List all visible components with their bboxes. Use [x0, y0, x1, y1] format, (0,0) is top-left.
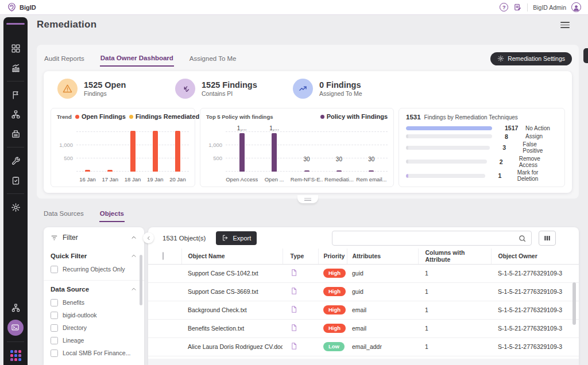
object-owner-cell: S-1-5-21-2776329109-3 [491, 264, 579, 282]
tab-data-sources[interactable]: Data Sources [43, 207, 84, 222]
chevron-up-icon[interactable] [130, 234, 137, 241]
sidebar-item-integrations[interactable] [7, 299, 24, 316]
tab-audit-reports[interactable]: Audit Reports [44, 52, 85, 66]
column-header-name[interactable]: Object Name [181, 248, 283, 264]
charts-row: TrendOpen FindingsFindings Remediated500… [51, 108, 565, 187]
object-name-cell[interactable]: Support Case CS-3669.txt [181, 282, 283, 301]
sidebar-item-catalog[interactable] [7, 106, 24, 123]
policy-chart: Top 5 Policy with findingsPolicy with Fi… [200, 108, 394, 187]
sidebar-item-settings[interactable] [7, 199, 24, 216]
sidebar-item-terminal[interactable] [7, 320, 24, 336]
tech-value: 3 [502, 144, 523, 151]
filter-checkbox-item[interactable]: Benefits [51, 296, 137, 309]
bar-value-label: 30 [303, 156, 310, 162]
table-row[interactable]: Background Check.txtHighemail1S-1-5-21-2… [148, 301, 579, 319]
column-header-pri[interactable]: Priority [318, 248, 347, 264]
filter-collapse-button[interactable] [143, 232, 154, 243]
object-name-cell[interactable]: Benefits Selection.txt [181, 319, 283, 337]
priority-badge: High [323, 269, 346, 278]
sidebar-item-policies[interactable] [7, 86, 24, 103]
tech-bar-fill [406, 146, 408, 150]
checkbox[interactable] [51, 266, 58, 273]
chevron-up-icon[interactable] [130, 253, 137, 259]
object-name-cell[interactable]: Alice Laura Doris Rodriguez CV.docx [181, 337, 283, 356]
priority-cell: High [318, 282, 347, 301]
tech-label: Assign [525, 133, 543, 139]
table-row[interactable]: Alice Laura Doris Rodriguez CV.docxLowem… [148, 337, 579, 356]
dashboard-section: Audit ReportsData Owner DashboardAssigne… [37, 45, 579, 199]
attributes-cell: email_addr [347, 337, 418, 356]
checkbox[interactable] [51, 312, 58, 319]
filter-checkbox-item[interactable]: bigid-outlook [51, 309, 137, 321]
avatar[interactable] [571, 2, 581, 12]
menu-icon[interactable] [560, 22, 570, 28]
bar [304, 170, 310, 172]
x-axis-label: 19 Jan [144, 176, 167, 182]
page-title: Remediation [37, 19, 96, 30]
sidebar-item-apps[interactable] [7, 347, 24, 364]
attributes-cell: guid [347, 282, 418, 301]
tech-value: 1 [498, 172, 517, 179]
bar [153, 131, 158, 172]
filter-section-header[interactable]: Data Source [51, 283, 137, 296]
tech-label: Remove Access [519, 156, 558, 168]
sidebar-item-reports[interactable] [7, 59, 24, 76]
filter-section-header[interactable]: Quick Filter [51, 250, 137, 263]
priority-badge: High [323, 324, 346, 333]
bar [272, 133, 277, 172]
table-scrollbar[interactable] [572, 282, 576, 325]
column-header-cwa[interactable]: Columns with Attribute [418, 248, 491, 264]
select-all-checkbox[interactable] [163, 252, 164, 260]
search-icon[interactable] [518, 234, 527, 243]
column-header-attr[interactable]: Attributes [347, 248, 418, 264]
filter-checkbox-item[interactable]: Directory [51, 321, 137, 334]
sidebar-item-action-center[interactable] [7, 152, 24, 169]
notifications-icon[interactable] [513, 3, 522, 11]
column-header-type[interactable]: Type [283, 248, 318, 264]
filter-item-label: Lineage [63, 337, 84, 344]
filter-checkbox-item[interactable]: Lineage [51, 334, 137, 347]
bar [239, 133, 245, 172]
user-name[interactable]: BigID Admin [533, 4, 566, 11]
table-row[interactable]: Support Case CS-1042.txtHighguid1S-1-5-2… [148, 264, 579, 282]
remediation-settings-button[interactable]: Remediation Settings [490, 52, 572, 65]
dashboard-collapse-handle[interactable] [297, 195, 318, 203]
topbar-divider [527, 3, 528, 11]
filter-scrollbar[interactable] [140, 255, 142, 305]
column-header-own[interactable]: Object Owner [491, 248, 579, 264]
gear-icon [11, 203, 21, 212]
checkbox[interactable] [51, 337, 58, 344]
object-name-cell[interactable]: Background Check.txt [181, 301, 283, 319]
object-name-cell[interactable]: Support Case CS-1042.txt [181, 264, 283, 282]
x-axis-label: 17 Jan [99, 176, 121, 182]
column-chooser-button[interactable] [539, 231, 556, 246]
flag-icon [11, 90, 21, 100]
tech-row: 2Remove Access [406, 156, 558, 168]
sidebar-item-dashboard[interactable] [7, 40, 24, 57]
sidebar-item-data-sources[interactable] [7, 125, 24, 142]
export-button[interactable]: Export [216, 231, 257, 245]
sidebar-item-compliance[interactable] [7, 172, 24, 189]
tech-row: 3False Positive [406, 141, 558, 154]
stat-label: Contains PI [202, 90, 257, 97]
file-icon [290, 287, 298, 295]
checkbox[interactable] [51, 350, 58, 357]
tab-objects[interactable]: Objects [99, 207, 125, 222]
checkbox[interactable] [51, 299, 58, 306]
filter-section-title: Data Source [51, 286, 89, 293]
search-input[interactable] [332, 231, 518, 245]
tab-data-owner-dashboard[interactable]: Data Owner Dashboard [100, 51, 174, 67]
help-icon[interactable]: ? [500, 3, 508, 11]
table-row[interactable]: Benefits Selection.txtHighemail1S-1-5-21… [148, 319, 579, 337]
table-row[interactable]: Support Case CS-3669.txtHighguid1S-1-5-2… [148, 282, 579, 301]
checkbox[interactable] [51, 324, 58, 332]
legend-dot [75, 115, 79, 119]
filter-section: Data SourceBenefitsbigid-outlookDirector… [44, 280, 144, 364]
tech-bar-fill [406, 126, 492, 130]
filter-checkbox-item[interactable]: Recurring Objects Only [51, 263, 137, 275]
filter-checkbox-item[interactable]: Local SMB For Finance... [51, 347, 137, 359]
bar [336, 170, 342, 172]
y-axis-label: 1,000 [203, 142, 222, 148]
chevron-up-icon[interactable] [130, 286, 137, 293]
tab-assigned-to-me[interactable]: Assigned To Me [189, 52, 237, 66]
